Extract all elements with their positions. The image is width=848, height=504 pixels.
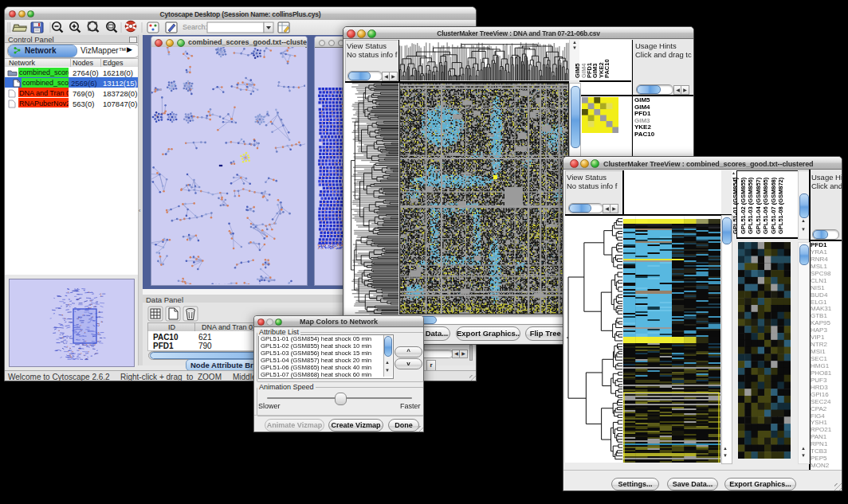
svg-text:Search:: Search:	[183, 23, 207, 31]
